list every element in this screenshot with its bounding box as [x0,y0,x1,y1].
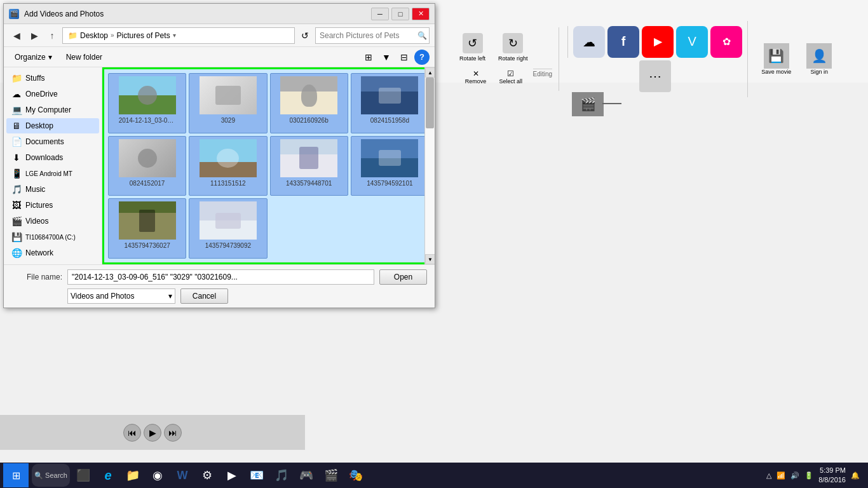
dialog-title-text: Add Videos and Photos [24,10,366,18]
filename-label: File name: [11,273,62,281]
file-item-f4[interactable]: 0824151958d [351,73,429,133]
filetype-row: Videos and Photos ▾ Cancel [11,288,427,304]
filetype-select[interactable]: Videos and Photos ▾ [67,288,175,304]
file-item-f6[interactable]: 1113151512 [189,136,267,196]
lge-label: LGE Android MT [25,170,72,177]
videos-label: Videos [25,217,48,226]
stuffs-label: Stuffs [25,74,44,83]
search-box: 🔍 [315,27,430,44]
help-button[interactable]: ? [414,50,430,65]
onedrive-label: OneDrive [25,90,58,98]
documents-label: Documents [25,137,64,146]
file-grid-container: 2014-12-13_03-09-06_516 3029 [102,67,435,264]
dialog-overlay: 🎬 Add Videos and Photos ─ □ ✕ ◀ ▶ ↑ 📁 De… [0,0,868,488]
view-button2[interactable]: ▼ [379,50,394,65]
dialog-sidebar: 📁 Stuffs ☁ OneDrive 💻 My Computer 🖥 Desk… [4,67,102,264]
up-button[interactable]: ↑ [44,28,60,43]
file-thumb-f7 [280,139,337,177]
file-name-f6: 1113151512 [210,180,246,187]
organize-chevron: ▾ [48,53,52,62]
forward-button[interactable]: ▶ [27,28,42,43]
breadcrumb-root[interactable]: Desktop [80,31,108,40]
file-name-f7: 1433579448701 [286,180,332,187]
dialog-title-icon: 🎬 [9,9,19,19]
file-thumb-f6 [200,139,257,177]
filename-row: File name: Open [11,269,427,285]
file-item-f2[interactable]: 3029 [189,73,267,133]
dialog-titlebar: 🎬 Add Videos and Photos ─ □ ✕ [4,4,435,24]
breadcrumb-arrow[interactable]: ▾ [173,32,176,39]
new-folder-button[interactable]: New folder [60,50,108,64]
mycomputer-icon: 💻 [11,105,22,115]
music-icon: 🎵 [11,184,22,194]
dialog-controls: ─ □ ✕ [371,8,430,20]
secondary-toolbar: Organize ▾ New folder ⊞ ▼ ⊟ ? [4,47,435,67]
file-thumb-f4 [361,76,418,114]
sidebar-item-desktop[interactable]: 🖥 Desktop [6,118,99,133]
file-dialog: 🎬 Add Videos and Photos ─ □ ✕ ◀ ▶ ↑ 📁 De… [3,3,435,308]
breadcrumb-separator: » [111,32,114,39]
sidebar-item-ti[interactable]: 💾 TI10684700A (C:) [6,229,99,245]
desktop-label: Desktop [25,121,53,130]
breadcrumb-icon: 📁 [68,31,78,40]
file-name-f3: 0302160926b [290,117,329,124]
file-grid: 2014-12-13_03-09-06_516 3029 [102,67,435,264]
sidebar-item-downloads[interactable]: ⬇ Downloads [6,150,99,165]
file-name-f10: 1435794739092 [205,242,251,249]
sidebar-item-music[interactable]: 🎵 Music [6,182,99,197]
filename-input[interactable] [67,269,374,285]
maximize-button[interactable]: □ [391,8,409,20]
search-input[interactable] [320,31,415,40]
network-icon: 🌐 [11,248,22,258]
sidebar-item-network[interactable]: 🌐 Network [6,245,99,261]
view-columns-button[interactable]: ⊟ [397,50,412,65]
sidebar-item-mycomputer[interactable]: 💻 My Computer [6,102,99,118]
ti-icon: 💾 [11,232,22,242]
filetype-arrow: ▾ [168,292,172,301]
file-item-f5[interactable]: 0824152017 [108,136,186,196]
refresh-button[interactable]: ↺ [297,28,313,43]
sidebar-item-onedrive[interactable]: ☁ OneDrive [6,86,99,102]
file-item-f10[interactable]: 1435794739092 [189,198,267,259]
breadcrumb-folder[interactable]: Pictures of Pets [117,31,170,40]
scroll-track [425,78,435,254]
scroll-down-button[interactable]: ▼ [425,254,435,264]
sidebar-item-documents[interactable]: 📄 Documents [6,134,99,149]
file-item-f1[interactable]: 2014-12-13_03-09-06_516 [108,73,186,133]
file-item-f7[interactable]: 1433579448701 [270,136,348,196]
file-item-f9[interactable]: 1435794736027 [108,198,186,259]
sidebar-item-pictures[interactable]: 🖼 Pictures [6,198,99,213]
file-thumb-f10 [200,201,257,240]
downloads-icon: ⬇ [11,152,22,163]
file-thumb-f1 [119,76,176,114]
open-button[interactable]: Open [379,269,427,285]
file-name-f9: 1435794736027 [124,242,170,249]
search-icon: 🔍 [417,31,427,40]
file-item-f3[interactable]: 0302160926b [270,73,348,133]
desktop-icon: 🖥 [11,121,22,131]
scroll-thumb[interactable] [426,78,434,128]
organize-button[interactable]: Organize ▾ [9,50,58,64]
file-thumb-f5 [119,139,176,177]
close-button[interactable]: ✕ [412,8,430,20]
sidebar-item-stuffs[interactable]: 📁 Stuffs [6,71,99,86]
scroll-up-button[interactable]: ▲ [425,67,435,78]
sidebar-item-lge[interactable]: 📱 LGE Android MT [6,166,99,181]
file-item-f8[interactable]: 1435794592101 [351,136,429,196]
view-button1[interactable]: ⊞ [361,50,376,65]
stuffs-icon: 📁 [11,73,22,83]
downloads-label: Downloads [25,153,63,162]
ti-label: TI10684700A (C:) [25,234,76,241]
onedrive-icon: ☁ [11,89,22,99]
file-thumb-f2 [200,76,257,114]
pictures-icon: 🖼 [11,200,22,210]
file-name-f4: 0824151958d [370,117,409,124]
back-button[interactable]: ◀ [9,28,24,43]
file-thumb-f9 [119,201,176,240]
navigation-toolbar: ◀ ▶ ↑ 📁 Desktop » Pictures of Pets ▾ ↺ 🔍 [4,24,435,47]
file-name-f8: 1435794592101 [367,180,412,187]
minimize-button[interactable]: ─ [371,8,389,20]
sidebar-item-videos[interactable]: 🎬 Videos [6,214,99,229]
network-label: Network [25,248,53,257]
cancel-button[interactable]: Cancel [180,288,228,304]
